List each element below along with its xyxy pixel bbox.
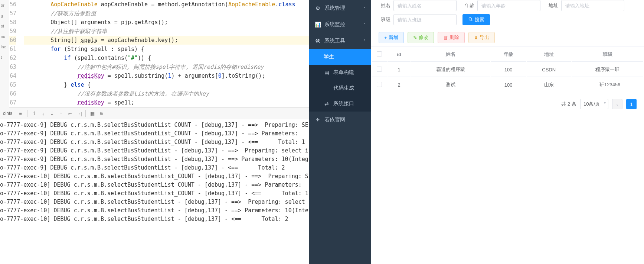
action-bar: +新增 ✎修改 🗑删除 ⬇导出 (371, 29, 644, 46)
ide-left-sliver: orgotnuinet (0, 0, 9, 112)
col-age: 年龄 (491, 47, 526, 62)
cell-address: CSDN (527, 62, 571, 77)
main-panel: 姓名 年龄 地址 班级 搜索 +新增 (371, 0, 644, 264)
sidebar: ⚙系统管理˅📊系统监控˅🛠系统工具˄学生▤表单构建代码生成⇄系统接口✈若依官网 (309, 0, 371, 264)
cell-name: 霸道的程序猿 (411, 62, 490, 77)
data-table: id 姓名 年龄 地址 班级 1霸道的程序猿100CSDN程序猿一班2测试100… (371, 46, 644, 93)
filter-age: 年龄 (462, 0, 540, 11)
sidebar-item[interactable]: ✈若依官网 (309, 112, 371, 128)
code-line[interactable]: //获取方法参数值 (24, 9, 309, 18)
code-line[interactable]: String[] spels = aopCacheEnable.key(); (24, 36, 309, 45)
console-output[interactable]: o-7777-exec-9] DEBUG c.r.s.m.B.selectBus… (0, 119, 309, 264)
sidebar-item-label: 系统工具 (324, 38, 345, 44)
code-content[interactable]: AopCacheEnable aopCacheEnable = method.g… (24, 0, 309, 107)
code-line[interactable]: //注解中包含#标识, 则需拼接spel字符串, 返回redis的存储redis… (24, 62, 309, 71)
cell-class: 二班123456 (572, 78, 643, 92)
table-row[interactable]: 1霸道的程序猿100CSDN程序猿一班 (372, 62, 643, 77)
tool-icon: 🛠 (315, 38, 321, 44)
sidebar-item-label: 学生 (324, 54, 334, 60)
code-line[interactable]: redisKey = spe1l.substring(1) + argument… (24, 71, 309, 80)
debug-toolbar: oints ≡ ⤴ ↓ ⇣ ↑ ⤺ →| ▦ ≋ (0, 107, 309, 119)
add-button[interactable]: +新增 (379, 32, 404, 43)
sidebar-item-label: 代码生成 (333, 85, 354, 91)
cell-age: 100 (491, 62, 526, 77)
sidebar-item[interactable]: ⚙系统管理˅ (309, 0, 371, 16)
edit-icon: ✎ (413, 35, 417, 41)
svg-line-1 (471, 20, 473, 21)
cell-id: 2 (388, 78, 411, 92)
search-icon (468, 17, 473, 23)
cell-class: 程序猿一班 (572, 62, 643, 77)
step-out-icon[interactable]: ↑ (57, 110, 65, 117)
table-row[interactable]: 2测试100山东二班123456 (372, 78, 643, 92)
force-step-icon[interactable]: ⇣ (48, 110, 56, 117)
link-icon: ✈ (315, 117, 321, 123)
form-icon: ▤ (324, 70, 330, 75)
list-icon[interactable]: ≡ (17, 110, 24, 117)
download-icon: ⬇ (474, 35, 478, 41)
page-1-button[interactable]: 1 (626, 99, 637, 109)
run-to-cursor-icon[interactable]: →| (75, 110, 82, 117)
col-id: id (388, 47, 411, 62)
code-line[interactable]: AopCacheEnable aopCacheEnable = method.g… (24, 0, 309, 9)
filter-name: 姓名 (379, 0, 457, 11)
chevron-down-icon: ˅ (363, 23, 365, 27)
class-input[interactable] (393, 14, 457, 25)
drop-frame-icon[interactable]: ⤺ (66, 110, 73, 117)
col-name: 姓名 (411, 47, 490, 62)
filter-address: 地址 (546, 0, 624, 11)
name-label: 姓名 (379, 2, 390, 9)
row-checkbox[interactable] (377, 82, 382, 87)
sidebar-item[interactable]: 学生 (309, 49, 371, 65)
cell-address: 山东 (527, 78, 571, 92)
age-input[interactable] (477, 0, 540, 11)
sidebar-item[interactable]: ▤表单构建 (309, 65, 371, 80)
sidebar-item[interactable]: 🛠系统工具˄ (309, 33, 371, 49)
sidebar-item[interactable]: 代码生成 (309, 80, 371, 96)
step-into-icon[interactable]: ↓ (39, 110, 47, 117)
chevron-up-icon: ˄ (363, 39, 365, 43)
prev-page-button[interactable]: ‹ (612, 99, 622, 109)
table-header-row: id 姓名 年龄 地址 班级 (372, 47, 643, 62)
code-line[interactable]: //没有参数或者参数是List的方法, 在缓存中的key (24, 89, 309, 98)
code-line[interactable]: } else { (24, 80, 309, 89)
edit-button[interactable]: ✎修改 (408, 32, 434, 43)
delete-icon: 🗑 (443, 35, 448, 41)
sidebar-item-label: 若依官网 (324, 116, 345, 123)
code-line[interactable]: if (spe1l.contains("#")) { (24, 54, 309, 62)
plus-icon: + (384, 35, 387, 41)
sidebar-item[interactable]: ⇄系统接口 (309, 96, 371, 112)
address-input[interactable] (561, 0, 624, 11)
select-all-checkbox[interactable] (377, 51, 382, 57)
pagination: 共 2 条 10条/页 ‹ 1 (371, 93, 644, 115)
filter-class: 班级 (379, 14, 457, 25)
sidebar-item-label: 表单构建 (333, 69, 354, 76)
search-button[interactable]: 搜索 (462, 14, 490, 25)
cell-name: 测试 (411, 78, 490, 92)
name-input[interactable] (393, 0, 457, 11)
sidebar-item-label: 系统接口 (333, 100, 354, 107)
monitor-icon: 📊 (315, 22, 321, 28)
toolbar-label: oints (3, 111, 12, 116)
page-size-select[interactable]: 10条/页 (580, 99, 608, 109)
trace-icon[interactable]: ≋ (98, 110, 105, 117)
code-line[interactable]: redisKey = spe1l; (24, 98, 309, 107)
api-icon: ⇄ (324, 101, 330, 107)
code-editor[interactable]: 565758596061626364656667 AopCacheEnable … (0, 0, 309, 107)
export-button[interactable]: ⬇导出 (468, 32, 495, 43)
sidebar-item-label: 系统管理 (324, 5, 345, 12)
evaluate-icon[interactable]: ▦ (89, 110, 96, 117)
code-line[interactable]: //从注解中获取字符串 (24, 27, 309, 36)
code-line[interactable]: for (String spe1l : spels) { (24, 45, 309, 54)
svg-point-0 (469, 17, 471, 20)
code-line[interactable]: Object[] arguments = pjp.getArgs(); (24, 18, 309, 27)
delete-button[interactable]: 🗑删除 (438, 32, 465, 43)
col-class: 班级 (572, 47, 643, 62)
address-label: 地址 (546, 2, 558, 9)
row-checkbox[interactable] (377, 67, 382, 72)
filter-bar: 姓名 年龄 地址 班级 搜索 (371, 0, 644, 29)
sidebar-item[interactable]: 📊系统监控˅ (309, 16, 371, 33)
step-over-icon[interactable]: ⤴ (30, 110, 38, 117)
chevron-down-icon: ˅ (363, 6, 365, 10)
class-label: 班级 (379, 16, 390, 23)
